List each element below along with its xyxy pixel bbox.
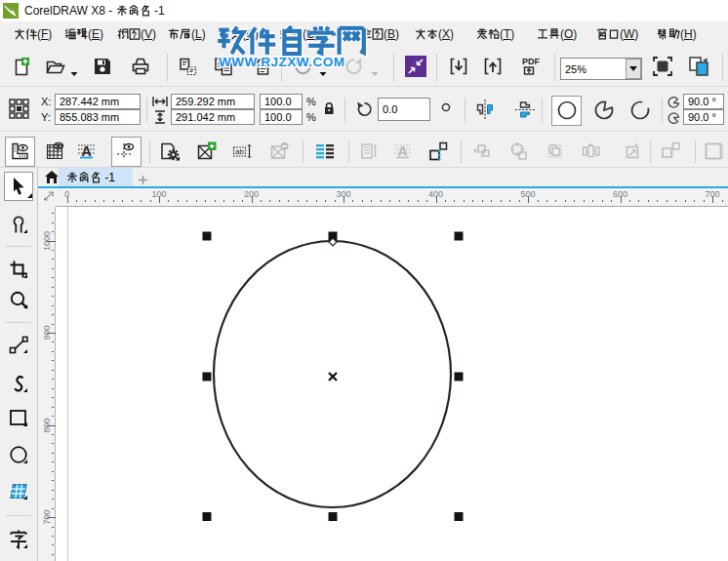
- svg-text:PDF: PDF: [522, 57, 541, 66]
- svg-text:ab: ab: [235, 147, 244, 156]
- svg-text:A: A: [397, 143, 407, 159]
- svg-text:A: A: [81, 143, 91, 159]
